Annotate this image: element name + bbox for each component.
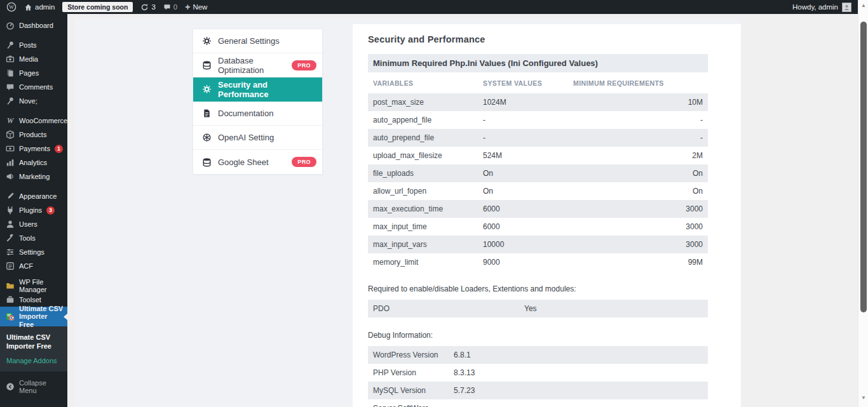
openai-icon — [202, 133, 212, 142]
sidebar-item-wp-file-manager[interactable]: WP File Manager — [0, 279, 67, 293]
php-ini-column-headers: VARIABLES SYSTEM VALUES MINIMUM REQUIREM… — [368, 72, 708, 93]
tab-documentation[interactable]: Documentation — [193, 102, 322, 126]
scrollbar-thumb[interactable] — [860, 22, 867, 312]
home-icon — [24, 3, 32, 11]
site-menu[interactable]: admin — [24, 3, 55, 11]
updates-menu[interactable]: 3 — [140, 3, 155, 11]
database-icon — [202, 60, 212, 70]
tab-database-optimization[interactable]: Database Optimization PRO — [193, 53, 322, 77]
sidebar-item-pages[interactable]: Pages — [0, 66, 67, 80]
sidebar-item-products[interactable]: Products — [0, 128, 67, 142]
pro-badge: PRO — [292, 60, 316, 70]
php-ini-table: Minimum Required Php.Ini Values (Ini Con… — [368, 54, 708, 271]
howdy-user[interactable]: Howdy, admin — [792, 3, 838, 11]
pages-icon — [6, 69, 15, 77]
loaders-section-label: Required to enable/disable Loaders, Exte… — [368, 284, 708, 293]
php-ini-table-header: Minimum Required Php.Ini Values (Ini Con… — [368, 54, 708, 72]
updates-icon — [140, 3, 149, 11]
sidebar-item-acf[interactable]: ACF — [0, 259, 67, 273]
security-performance-panel: Security and Performance Minimum Require… — [353, 24, 741, 407]
camera-icon — [6, 55, 15, 63]
plus-icon: + — [185, 2, 190, 12]
comments-count: 0 — [173, 3, 177, 11]
sidebar-item-payments[interactable]: Payments1 — [0, 142, 67, 156]
sidebar-item-media[interactable]: Media — [0, 52, 67, 66]
column-minimum-requirements: MINIMUM REQUIREMENTS — [573, 79, 708, 87]
table-row: MySQL Version5.7.23 — [368, 382, 708, 399]
bar-chart-icon — [6, 158, 15, 167]
sidebar-item-ultimate-csv-importer[interactable]: Ultimate CSV Importer Free — [0, 307, 67, 326]
table-row: PDO Yes — [368, 300, 708, 317]
sidebar-item-settings[interactable]: Settings — [0, 245, 67, 259]
user-icon — [6, 220, 15, 229]
user-avatar-icon — [843, 3, 851, 11]
payments-count-badge: 1 — [55, 145, 63, 153]
submenu-item-manage-addons[interactable]: Manage Addons — [0, 353, 67, 366]
acf-icon — [6, 262, 15, 270]
new-content-menu[interactable]: + New — [185, 2, 207, 12]
table-row: file_uploadsOnOn — [368, 164, 708, 182]
dashboard-icon — [6, 21, 15, 30]
comments-bubble-icon — [163, 3, 171, 11]
product-box-icon — [6, 130, 15, 139]
new-label: New — [193, 3, 207, 11]
sidebar-item-plugins[interactable]: Plugins3 — [0, 203, 67, 217]
table-row: upload_max_filesize524M2M — [368, 147, 708, 164]
submenu-item-csv-importer-free[interactable]: Ultimate CSV Importer Free — [0, 331, 67, 353]
sidebar-separator — [0, 183, 67, 189]
table-row: WordPress Version6.8.1 — [368, 346, 708, 364]
sidebar-item-appearance[interactable]: Appearance — [0, 189, 67, 203]
pin-icon — [6, 97, 15, 105]
sidebar-item-analytics[interactable]: Analytics — [0, 156, 67, 170]
sidebar-item-woocommerce[interactable]: WWooCommerce — [0, 114, 67, 128]
table-row: max_execution_time60003000 — [368, 200, 708, 218]
payments-icon — [6, 144, 15, 153]
sidebar-item-marketing[interactable]: Marketing — [0, 170, 67, 183]
gear-icon — [202, 36, 212, 46]
tab-general-settings[interactable]: General Settings — [193, 29, 322, 53]
scroll-up-arrow[interactable]: ▲ — [858, 1, 868, 10]
sidebar-item-comments[interactable]: Comments — [0, 80, 67, 94]
wrench-icon — [6, 234, 15, 243]
settings-nav-panel: General Settings Database Optimization P… — [193, 29, 323, 175]
column-system-values: SYSTEM VALUES — [483, 79, 573, 87]
admin-sidebar: Dashboard Posts Media Pages Comments Nov… — [0, 14, 67, 407]
sidebar-separator — [0, 32, 67, 38]
collapse-menu-button[interactable]: Collapse Menu — [0, 380, 67, 394]
table-row: memory_limit900099M — [368, 253, 708, 271]
store-coming-soon-badge[interactable]: Store coming soon — [62, 2, 133, 12]
plugin-icon — [6, 206, 15, 215]
wordpress-logo-icon[interactable] — [6, 2, 17, 12]
tab-security-and-performance[interactable]: Security and Performance — [193, 77, 322, 102]
tab-google-sheet[interactable]: Google Sheet PRO — [193, 150, 322, 174]
table-row: auto_append_file-- — [368, 111, 708, 129]
admin-content-area: Security and Performance Minimum Require… — [67, 14, 858, 407]
updates-count: 3 — [151, 3, 155, 11]
csv-importer-submenu: Ultimate CSV Importer Free Manage Addons — [0, 326, 67, 371]
comments-menu[interactable]: 0 — [163, 3, 177, 11]
sheet-database-icon — [202, 157, 212, 167]
scroll-down-arrow[interactable]: ▼ — [858, 394, 868, 403]
sidebar-item-tools[interactable]: Tools — [0, 231, 67, 245]
loaders-table: PDO Yes — [368, 300, 708, 317]
debug-table: WordPress Version6.8.1 PHP Version8.3.13… — [368, 346, 708, 407]
site-name: admin — [35, 3, 55, 11]
sidebar-item-dashboard[interactable]: Dashboard — [0, 18, 67, 32]
table-row: post_max_size1024M10M — [368, 93, 708, 111]
megaphone-icon — [6, 172, 15, 181]
table-row: PHP Version8.3.13 — [368, 364, 708, 382]
tab-openai-setting[interactable]: OpenAI Setting — [193, 126, 322, 150]
column-variables: VARIABLES — [373, 79, 483, 87]
sidebar-item-users[interactable]: Users — [0, 217, 67, 231]
csv-importer-logo-icon — [6, 312, 15, 321]
settings-content-card: Security and Performance Minimum Require… — [353, 24, 741, 407]
pro-badge: PRO — [292, 157, 316, 167]
avatar[interactable] — [842, 3, 851, 12]
vertical-scrollbar[interactable]: ▲ ▼ — [858, 0, 868, 407]
sidebar-item-posts[interactable]: Posts — [0, 38, 67, 52]
sidebar-item-nove[interactable]: Nove; — [0, 94, 67, 108]
sliders-icon — [6, 248, 15, 257]
folder-icon — [6, 281, 15, 290]
toolset-case-icon — [6, 295, 15, 304]
table-row: auto_prepend_file-- — [368, 129, 708, 147]
